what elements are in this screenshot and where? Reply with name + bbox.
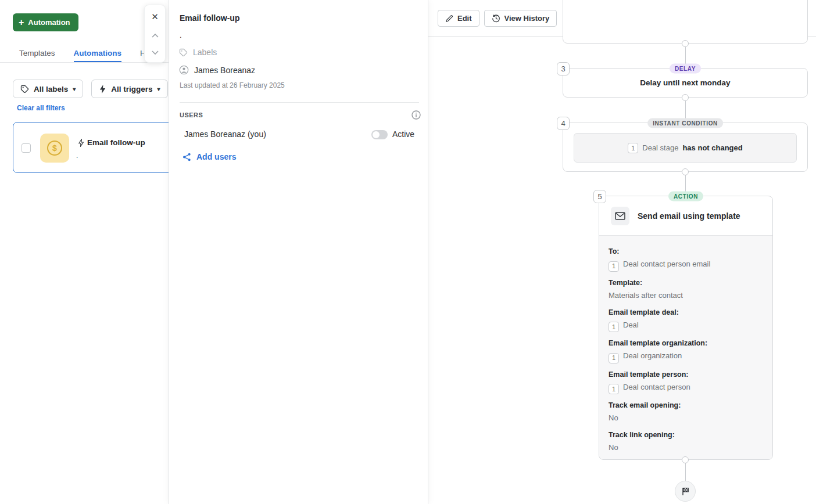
list-item-checkbox[interactable] — [22, 143, 31, 153]
field-value: 1Deal — [609, 318, 763, 333]
edit-button[interactable]: Edit — [438, 10, 479, 27]
all-triggers-label: All triggers — [111, 85, 152, 93]
filter-bar: All labels ▾ All triggers ▾ — [13, 80, 189, 98]
flow-node-action[interactable]: ACTION Send email using template To: 1De… — [599, 196, 773, 460]
flow-node-delay[interactable]: DELAY Delay until next monday — [563, 68, 808, 98]
condition-chip: 1 — [628, 143, 638, 153]
plus-icon: + — [19, 18, 24, 27]
tab-bar: Templates Automations History — [0, 49, 169, 63]
field-label: Template: — [609, 278, 763, 288]
add-automation-button[interactable]: + Automation — [13, 13, 78, 31]
last-updated-text: Last updated at 26 February 2025 — [180, 81, 285, 89]
checkered-flag-icon — [681, 487, 690, 496]
list-item-title: Email follow-up — [87, 138, 145, 147]
field-value: 1Deal contact person — [609, 380, 763, 395]
connector-dot — [682, 456, 689, 463]
owner-name: James Boreanaz — [194, 66, 255, 75]
automation-detail-panel: Email follow-up . Labels James Boreanaz … — [169, 0, 428, 504]
share-icon — [182, 153, 191, 161]
chevron-down-icon[interactable] — [151, 50, 159, 55]
action-node-title: Send email using template — [638, 211, 740, 221]
automation-app: + Automation Templates Automations Histo… — [0, 0, 816, 504]
pencil-icon — [445, 15, 453, 23]
active-toggle-label: Active — [392, 129, 414, 139]
field-value: Materials after contact — [609, 288, 763, 301]
view-history-button[interactable]: View History — [484, 10, 557, 27]
flow-end-node — [675, 481, 696, 502]
view-history-label: View History — [504, 14, 550, 23]
instant-condition-badge: INSTANT CONDITION — [647, 118, 723, 128]
field-label: Email template deal: — [609, 308, 763, 318]
action-badge: ACTION — [668, 192, 703, 201]
clear-all-filters-link[interactable]: Clear all filters — [17, 104, 65, 112]
field-label: Email template organization: — [609, 339, 763, 348]
condition-operator: has not changed — [682, 143, 742, 152]
email-icon — [611, 207, 629, 225]
owner-row: James Boreanaz — [179, 65, 255, 75]
user-avatar-icon — [179, 65, 189, 75]
tag-icon — [20, 85, 29, 93]
node-number-badge: 4 — [557, 117, 570, 130]
all-labels-filter[interactable]: All labels ▾ — [13, 80, 83, 98]
tab-automations[interactable]: Automations — [74, 49, 122, 62]
all-labels-label: All labels — [34, 85, 68, 93]
connector-dot — [682, 94, 689, 101]
connector-dot — [682, 168, 689, 175]
lightning-icon — [99, 85, 106, 93]
field-value: 1Deal organization — [609, 348, 763, 363]
automation-list-item[interactable]: $ Email follow-up . — [13, 122, 187, 173]
field-label: Track link opening: — [609, 430, 763, 440]
condition-box: 1 Deal stage has not changed — [574, 133, 797, 163]
chevron-down-icon: ▾ — [158, 86, 160, 92]
user-row-name: James Boreanaz (you) — [184, 129, 266, 139]
condition-field: Deal stage — [642, 143, 678, 152]
divider — [180, 102, 419, 103]
delay-badge: DELAY — [670, 64, 701, 74]
list-item-subtitle: . — [76, 152, 78, 160]
flow-canvas: Edit View History DELAY Delay until next… — [428, 0, 816, 504]
field-value: 1Deal contact person email — [609, 257, 763, 272]
labels-field[interactable]: Labels — [179, 48, 217, 57]
add-users-link[interactable]: Add users — [182, 152, 236, 161]
connector-dot — [682, 40, 689, 47]
users-section-heading: USERS — [180, 111, 203, 118]
close-icon[interactable]: ✕ — [151, 12, 159, 21]
field-value: No — [609, 440, 763, 453]
action-node-details: To: 1Deal contact person email Template:… — [599, 236, 772, 459]
chevron-down-icon: ▾ — [73, 86, 76, 92]
info-icon[interactable] — [411, 110, 421, 120]
trigger-bolt-icon — [78, 139, 84, 147]
tag-icon — [179, 48, 188, 57]
deal-currency-icon: $ — [40, 134, 69, 163]
detail-description: . — [180, 31, 182, 39]
add-users-label: Add users — [196, 152, 236, 161]
detail-title: Email follow-up — [180, 13, 239, 23]
active-toggle[interactable] — [371, 130, 388, 139]
tab-templates[interactable]: Templates — [19, 49, 55, 62]
field-value: No — [609, 411, 763, 424]
history-clock-icon — [492, 14, 500, 23]
chevron-up-icon[interactable] — [151, 33, 159, 38]
edit-label: Edit — [457, 14, 472, 23]
node-number-badge: 5 — [593, 190, 606, 203]
panel-navigation-toolbar: ✕ — [144, 5, 166, 63]
field-label: Email template person: — [609, 370, 763, 380]
field-label: Track email opening: — [609, 401, 763, 411]
node-number-badge: 3 — [557, 62, 570, 75]
labels-placeholder: Labels — [193, 48, 217, 57]
add-automation-label: Automation — [28, 18, 70, 27]
flow-node-instant-condition[interactable]: INSTANT CONDITION 1 Deal stage has not c… — [563, 123, 808, 172]
field-label: To: — [609, 247, 763, 257]
all-triggers-filter[interactable]: All triggers ▾ — [91, 80, 167, 98]
flow-node-partial[interactable] — [563, 0, 808, 44]
